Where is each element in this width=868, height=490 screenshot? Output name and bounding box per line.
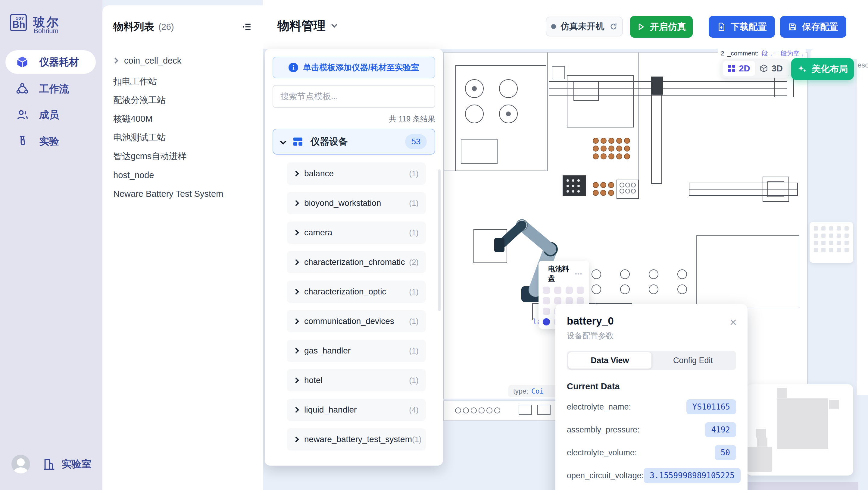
search-input[interactable] xyxy=(280,91,428,102)
field-value: 3.1559998989105225 xyxy=(644,468,741,483)
tray-slot[interactable] xyxy=(577,287,584,294)
sidebar-item-workflow[interactable]: 工作流 xyxy=(5,77,96,100)
template-item-bioyond-workstation[interactable]: bioyond_workstation (1) xyxy=(287,192,426,214)
sidebar-item-experiments[interactable]: 实验 xyxy=(5,129,96,153)
download-config-label: 下载配置 xyxy=(731,21,767,33)
cube-icon xyxy=(16,55,29,69)
close-icon[interactable]: × xyxy=(730,316,737,328)
material-item-label: 核磁400M xyxy=(113,113,153,125)
section-instruments[interactable]: 仪器设备 53 xyxy=(273,129,435,154)
template-item-label: communication_devices xyxy=(304,316,394,326)
material-item-coin-cell-deck[interactable]: coin_cell_deck xyxy=(113,51,252,70)
material-list-panel: 物料列表 (26) coin_cell_deck 扣电工作站 配液分液工站 核磁… xyxy=(102,5,263,490)
material-item[interactable]: 扣电工作站 xyxy=(113,72,252,91)
chevron-right-icon[interactable] xyxy=(112,58,118,64)
template-item-communication-devices[interactable]: communication_devices (1) xyxy=(287,310,426,333)
template-item-label: camera xyxy=(304,228,332,237)
template-item-count: (1) xyxy=(409,287,418,296)
bohrium-logo-icon: 107 Bh xyxy=(10,14,27,31)
section-count-badge: 53 xyxy=(405,134,427,149)
node-comment-overlay: 2 _comment: 段，一般为空，stat xyxy=(718,49,806,59)
material-item-label: 扣电工作站 xyxy=(113,76,157,88)
chevron-right-icon xyxy=(293,318,299,324)
brand-subtitle: Bohrium xyxy=(34,27,58,35)
template-item-count: (4) xyxy=(409,405,418,415)
test-tube-icon xyxy=(16,135,29,148)
info-banner-text: 单击模板添加仪器/耗材至实验室 xyxy=(303,62,419,73)
template-item-count: (1) xyxy=(409,228,418,237)
scrollbar[interactable] xyxy=(438,169,441,311)
material-item[interactable]: 电池测试工站 xyxy=(113,128,252,147)
tab-config-edit[interactable]: Config Edit xyxy=(651,352,735,369)
start-simulation-button[interactable]: 开启仿真 xyxy=(630,16,693,38)
template-item-camera[interactable]: camera (1) xyxy=(287,222,426,244)
tray-slot-active-battery[interactable] xyxy=(543,318,550,325)
chevron-right-icon xyxy=(293,171,299,177)
tray-menu-dots-icon[interactable]: ●●● xyxy=(575,271,582,276)
refresh-icon[interactable] xyxy=(609,22,618,31)
minimap-block xyxy=(777,398,828,449)
template-item-balance[interactable]: balance (1) xyxy=(287,163,426,185)
sidebar-item-label: 实验 xyxy=(39,135,59,148)
template-item-neware-battery-test-system[interactable]: neware_battery_test_system (1) xyxy=(287,428,426,451)
material-item[interactable]: host_node xyxy=(113,166,252,184)
section-label: 仪器设备 xyxy=(311,135,348,148)
popup-subtitle: 设备配置参数 xyxy=(567,330,736,341)
lab-footer[interactable]: 实验室 xyxy=(11,452,96,476)
beautify-layout-button[interactable]: 美化布局 xyxy=(791,58,854,80)
tray-slot[interactable] xyxy=(543,297,550,305)
battery-tray-title: 电池料盘 xyxy=(548,264,572,283)
save-config-button[interactable]: 保存配置 xyxy=(780,16,846,38)
material-item-label: 配液分液工站 xyxy=(113,94,166,106)
avatar[interactable] xyxy=(11,455,30,473)
chevron-down-icon xyxy=(331,22,337,28)
chevron-down-icon xyxy=(280,139,286,145)
template-item-gas-handler[interactable]: gas_handler (1) xyxy=(287,340,426,362)
sidebar-item-members[interactable]: 成员 xyxy=(5,103,96,126)
material-item[interactable]: 配液分液工站 xyxy=(113,91,252,110)
tray-slot[interactable] xyxy=(577,297,584,305)
template-item-count: (2) xyxy=(409,258,418,267)
minimap[interactable] xyxy=(746,384,853,475)
template-item-label: bioyond_workstation xyxy=(304,198,381,208)
page-title: 物料管理 xyxy=(277,18,326,34)
chevron-right-icon xyxy=(293,407,299,413)
download-config-button[interactable]: 下载配置 xyxy=(709,16,775,38)
save-floppy-icon xyxy=(788,22,797,31)
template-item-liquid-handler[interactable]: liquid_handler (4) xyxy=(287,399,426,421)
chevron-right-icon xyxy=(293,436,299,442)
canvas-bottom-strip xyxy=(746,482,858,490)
material-item[interactable]: 智达gcms自动进样 xyxy=(113,147,252,166)
template-item-label: characterization_optic xyxy=(304,287,386,296)
current-data-heading: Current Data xyxy=(567,381,736,392)
beautify-layout-label: 美化布局 xyxy=(812,63,848,75)
tray-slot[interactable] xyxy=(566,297,573,305)
view-3d-button[interactable]: 3D xyxy=(755,64,787,74)
simulation-status-pill[interactable]: 仿真未开机 xyxy=(546,17,623,36)
tray-slot[interactable] xyxy=(566,287,573,294)
collapse-list-icon[interactable] xyxy=(241,22,253,32)
simulation-status-label: 仿真未开机 xyxy=(561,21,604,33)
template-item-label: characterization_chromatic xyxy=(304,257,405,267)
template-item-characterization-optic[interactable]: characterization_optic (1) xyxy=(287,281,426,303)
tray-slot[interactable] xyxy=(554,297,561,305)
page-title-dropdown[interactable]: 物料管理 xyxy=(277,18,336,34)
template-item-characterization-chromatic[interactable]: characterization_chromatic (2) xyxy=(287,251,426,273)
tray-slot[interactable] xyxy=(543,287,550,294)
result-count: 共 119 条结果 xyxy=(273,114,435,124)
template-item-hotel[interactable]: hotel (1) xyxy=(287,369,426,392)
tray-slot[interactable] xyxy=(554,287,561,294)
tab-data-view[interactable]: Data View xyxy=(568,352,651,369)
members-icon xyxy=(16,108,29,121)
comment-label: _comment: xyxy=(727,50,759,57)
template-item-count: (1) xyxy=(409,169,418,178)
comment-value: 段，一般为空，stat xyxy=(762,49,806,58)
material-item[interactable]: 核磁400M xyxy=(113,110,252,128)
template-panel: i 单击模板添加仪器/耗材至实验室 共 119 条结果 仪器设备 53 bala… xyxy=(265,49,443,466)
material-item[interactable]: Neware Battery Test System xyxy=(113,184,252,203)
sidebar-item-instruments[interactable]: 仪器耗材 xyxy=(5,50,96,74)
view-2d-button[interactable]: 2D xyxy=(723,61,755,76)
field-row-assembly-pressure: assembly_pressure: 4192 xyxy=(567,422,736,437)
tray-slot[interactable] xyxy=(543,308,550,315)
type-label: type: xyxy=(513,387,528,395)
